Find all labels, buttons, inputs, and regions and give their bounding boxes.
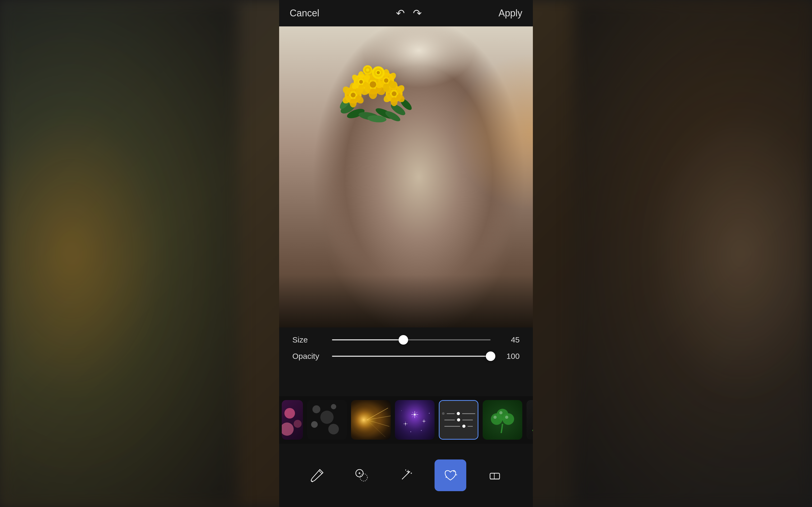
size-value: 45 (499, 335, 520, 344)
svg-point-68 (282, 422, 294, 436)
flower-crown-sticker[interactable] (332, 61, 417, 132)
svg-point-67 (294, 420, 302, 428)
undo-redo-group: ↶ ↷ (396, 7, 422, 19)
magic-wand-icon (398, 467, 414, 483)
size-slider-row: Size 45 (292, 335, 520, 344)
undo-button[interactable]: ↶ (396, 7, 405, 19)
size-slider-thumb[interactable] (399, 335, 408, 345)
magic-tool-button[interactable] (390, 459, 422, 491)
svg-point-36 (391, 97, 398, 106)
background-blur-left (0, 0, 238, 507)
svg-point-98 (360, 474, 367, 481)
sticker-tool-button[interactable] (435, 459, 466, 491)
svg-point-22 (351, 93, 356, 98)
opacity-slider-track[interactable] (332, 356, 491, 357)
apply-button[interactable]: Apply (499, 8, 522, 19)
brush-icon (309, 467, 325, 483)
sticker-icon (443, 467, 458, 483)
redo-button[interactable]: ↷ (413, 7, 422, 19)
opacity-slider-row: Opacity 100 (292, 352, 520, 361)
controls-panel: Size 45 Opacity 100 (279, 327, 533, 396)
sticker-item-1[interactable] (307, 400, 347, 440)
eraser-tool-button[interactable] (479, 459, 511, 491)
svg-line-101 (402, 471, 410, 479)
sticker-item-3[interactable] (395, 400, 435, 440)
svg-point-52 (384, 78, 388, 82)
svg-point-95 (505, 416, 508, 419)
photo-canvas[interactable] (279, 26, 533, 327)
sticker-item-5[interactable] (483, 400, 522, 440)
bottom-toolbar (279, 444, 533, 507)
svg-point-26 (350, 99, 357, 108)
size-slider-track[interactable] (332, 339, 491, 340)
opacity-label: Opacity (292, 352, 324, 361)
svg-point-43 (358, 71, 364, 79)
opacity-slider-fill (332, 356, 491, 357)
svg-point-89 (401, 410, 402, 411)
svg-point-88 (429, 413, 430, 414)
svg-point-93 (499, 411, 503, 414)
sticker-item-0[interactable] (282, 400, 303, 440)
eraser-icon (487, 467, 503, 483)
main-editor: Cancel ↶ ↷ Apply (279, 0, 533, 507)
svg-point-62 (377, 71, 380, 74)
svg-point-86 (410, 432, 411, 432)
opacity-slider-thumb[interactable] (486, 351, 495, 361)
svg-point-56 (383, 83, 389, 92)
cancel-button[interactable]: Cancel (290, 8, 319, 19)
background-blur-right (574, 0, 812, 507)
size-label: Size (292, 335, 324, 344)
svg-point-65 (366, 68, 369, 71)
sticker-item-4[interactable] (439, 400, 478, 440)
svg-point-91 (491, 413, 503, 425)
svg-point-94 (494, 416, 497, 419)
svg-rect-114 (490, 473, 500, 479)
clone-tool-button[interactable] (346, 459, 377, 491)
brush-tool-button[interactable] (301, 459, 333, 491)
opacity-value: 100 (499, 352, 520, 361)
svg-rect-74 (395, 400, 435, 440)
svg-point-46 (358, 84, 364, 93)
sticker-thumbnails (279, 396, 533, 444)
top-toolbar: Cancel ↶ ↷ Apply (279, 0, 533, 26)
svg-point-42 (359, 80, 363, 84)
size-slider-fill (332, 339, 403, 340)
svg-point-32 (392, 91, 397, 96)
svg-point-92 (503, 413, 514, 425)
svg-point-66 (285, 408, 295, 418)
clone-icon (354, 467, 369, 483)
photo-bottom-fade (279, 275, 533, 327)
svg-point-87 (421, 430, 422, 431)
sticker-item-2[interactable] (351, 400, 391, 440)
svg-point-12 (370, 81, 376, 88)
sticker-item-6[interactable] (526, 400, 533, 440)
